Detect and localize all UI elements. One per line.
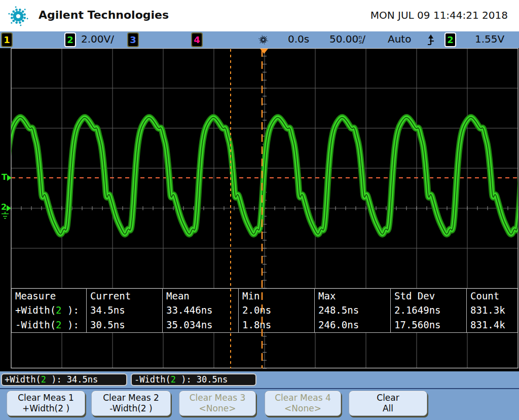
trigger-time-marker <box>260 49 268 54</box>
softkey-clear-all[interactable]: ClearAll <box>349 391 427 416</box>
header-bar: Agilent Technologies MON JUL 09 11:44:21… <box>0 0 519 31</box>
softkey-bar: Clear Meas 1+Width(2 ) Clear Meas 2-Widt… <box>0 389 519 420</box>
col-header-measure: Measure <box>12 289 86 303</box>
oscilloscope-screen: Agilent Technologies MON JUL 09 11:44:21… <box>0 0 519 420</box>
softkey-clear-meas-3: Clear Meas 3<None> <box>179 391 256 416</box>
delay-readout: 0.0s <box>288 31 309 48</box>
col-header-min: Min <box>238 289 314 303</box>
spark-status-icon <box>256 33 270 47</box>
channel-2-badge[interactable]: 2 <box>64 32 76 47</box>
channel-2-ground-label: 2 <box>1 202 7 212</box>
pwidth-count: 831.3k <box>466 303 517 318</box>
nwidth-count: 831.4k <box>466 318 517 332</box>
row-label-nwidth: -Width(2 ): <box>12 318 86 332</box>
channel-2-scale-readout: 2.00V/ <box>81 31 114 48</box>
status-bar: 1 2 2.00V/ 3 4 0.0s 50.00ns/ Auto 2 1.55… <box>0 31 519 48</box>
col-header-current: Current <box>86 289 162 303</box>
timebase-readout: 50.00ns/ <box>329 31 365 48</box>
trigger-mode-readout: Auto <box>388 31 411 48</box>
channel-2-trace <box>0 118 519 236</box>
channel-2-ground-marker-icon <box>7 205 11 211</box>
measurement-table: Measure Current Mean Min Max Std Dev Cou… <box>11 288 518 333</box>
row-label-pwidth: +Width(2 ): <box>12 303 86 318</box>
pwidth-current: 34.5ns <box>86 303 162 318</box>
timebase-value: 50.00 <box>329 33 358 45</box>
col-header-max: Max <box>314 289 390 303</box>
agilent-spark-logo <box>4 2 32 30</box>
pwidth-quick-button[interactable]: +Width(2 ): 34.5ns <box>1 373 127 386</box>
pwidth-stddev: 2.1649ns <box>390 303 466 318</box>
channel-4-badge[interactable]: 4 <box>191 32 203 47</box>
nwidth-max: 246.0ns <box>314 318 390 332</box>
datetime-readout: MON JUL 09 11:44:21 2018 <box>370 0 508 31</box>
trigger-level-marker-icon <box>7 175 12 181</box>
trigger-source-badge[interactable]: 2 <box>444 32 456 47</box>
softkey-clear-meas-2[interactable]: Clear Meas 2-Width(2 ) <box>91 391 171 416</box>
nwidth-min: 1.8ns <box>238 318 314 332</box>
channel-3-badge[interactable]: 3 <box>127 32 139 47</box>
pwidth-min: 2.0ns <box>238 303 314 318</box>
nwidth-quick-button[interactable]: -Width(2 ): 30.5ns <box>131 373 256 386</box>
trigger-level-marker-label: T <box>2 172 7 182</box>
col-header-mean: Mean <box>162 289 238 303</box>
col-header-stddev: Std Dev <box>390 289 466 303</box>
softkey-clear-meas-4: Clear Meas 4<None> <box>265 391 341 416</box>
nwidth-mean: 35.034ns <box>162 318 238 332</box>
softkey-clear-meas-1[interactable]: Clear Meas 1+Width(2 ) <box>7 391 85 416</box>
trigger-level-readout: 1.55V <box>475 31 504 48</box>
pwidth-max: 248.5ns <box>314 303 390 318</box>
ground-symbol-icon <box>1 212 9 220</box>
brand-title: Agilent Technologies <box>39 0 169 31</box>
nwidth-current: 30.5ns <box>86 318 162 332</box>
timebase-slash: / <box>362 33 365 45</box>
nwidth-stddev: 17.560ns <box>390 318 466 332</box>
channel-1-badge[interactable]: 1 <box>1 32 13 47</box>
pwidth-mean: 33.446ns <box>162 303 238 318</box>
quick-meas-bar: +Width(2 ): 34.5ns -Width(2 ): 30.5ns <box>0 371 519 389</box>
col-header-count: Count <box>466 289 517 303</box>
trigger-edge-icon <box>427 33 435 47</box>
